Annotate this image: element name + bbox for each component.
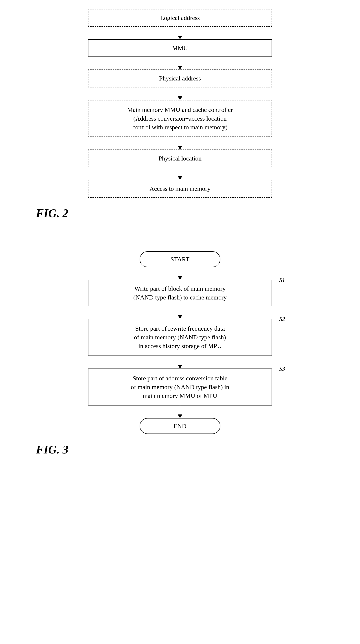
end-box: END: [140, 418, 220, 434]
s3-text: Store part of address conversion tableof…: [131, 374, 229, 400]
main-mmu-item: Main memory MMU and cache controller(Add…: [88, 100, 272, 137]
arrow-head-s3: [178, 414, 182, 418]
arrow-head-s2: [178, 365, 182, 368]
arrow-head-1: [178, 36, 182, 39]
diagram-container: Logical address MMU Physical address: [0, 0, 360, 644]
fig2-section: Logical address MMU Physical address: [0, 9, 360, 220]
s2-text: Store part of rewrite frequency dataof m…: [134, 324, 226, 350]
s2-label: S2: [279, 315, 285, 323]
mmu-item: MMU: [88, 39, 272, 57]
access-main-memory-item: Access to main memory: [88, 180, 272, 198]
end-item: END: [140, 418, 220, 434]
arrow-line-s2: [180, 356, 180, 365]
arrow-s1: [178, 306, 182, 319]
access-main-memory-text: Access to main memory: [149, 184, 210, 193]
physical-address-text: Physical address: [159, 74, 201, 83]
physical-location-item: Physical location: [88, 150, 272, 167]
arrow-head-3: [178, 96, 182, 100]
physical-location-box: Physical location: [88, 150, 272, 167]
arrow-line-2: [180, 57, 180, 66]
arrow-line-3: [180, 88, 180, 96]
arrow-line-5: [180, 167, 180, 176]
s1-box: Write part of block of main memory(NAND …: [88, 280, 272, 306]
fig2-label-container: FIG. 2: [0, 207, 360, 220]
arrow-start: [178, 267, 182, 280]
s3-item: Store part of address conversion tableof…: [88, 368, 272, 406]
logical-address-item: Logical address: [88, 9, 272, 27]
arrow-head-2: [178, 66, 182, 70]
s1-label: S1: [279, 276, 285, 284]
arrow-s3: [178, 406, 182, 418]
fig2-label: FIG. 2: [36, 207, 68, 220]
arrow-s2: [178, 356, 182, 368]
arrow-1: [178, 27, 182, 39]
logical-address-box: Logical address: [88, 9, 272, 27]
arrow-head-s1: [178, 315, 182, 319]
arrow-head-5: [178, 176, 182, 180]
start-box: START: [140, 251, 220, 267]
s3-label: S3: [279, 365, 285, 373]
end-text: END: [173, 422, 187, 430]
fig3-section: START Write part of block of main memory…: [0, 251, 360, 456]
s1-text: Write part of block of main memory(NAND …: [133, 284, 227, 302]
arrow-2: [178, 57, 182, 70]
arrow-head-4: [178, 146, 182, 150]
physical-address-box: Physical address: [88, 70, 272, 87]
arrow-line-4: [180, 137, 180, 146]
arrow-4: [178, 137, 182, 150]
arrow-head-start: [178, 276, 182, 280]
mmu-text: MMU: [172, 44, 188, 52]
logical-address-text: Logical address: [160, 14, 200, 22]
s2-box: Store part of rewrite frequency dataof m…: [88, 319, 272, 356]
physical-address-item: Physical address: [88, 70, 272, 87]
fig3-label-container: FIG. 3: [0, 443, 360, 456]
s3-box: Store part of address conversion tableof…: [88, 368, 272, 406]
fig3-label: FIG. 3: [36, 443, 68, 456]
access-main-memory-box: Access to main memory: [88, 180, 272, 198]
arrow-line-start: [180, 267, 180, 276]
start-item: START: [140, 251, 220, 267]
start-text: START: [170, 255, 190, 264]
arrow-line-s3: [180, 406, 180, 414]
arrow-5: [178, 167, 182, 180]
s1-item: Write part of block of main memory(NAND …: [88, 280, 272, 306]
s2-item: Store part of rewrite frequency dataof m…: [88, 319, 272, 356]
main-mmu-box: Main memory MMU and cache controller(Add…: [88, 100, 272, 137]
arrow-line-s1: [180, 306, 180, 315]
physical-location-text: Physical location: [158, 154, 202, 163]
main-mmu-text: Main memory MMU and cache controller(Add…: [127, 105, 233, 132]
arrow-line-1: [180, 27, 180, 36]
arrow-3: [178, 88, 182, 100]
mmu-box: MMU: [88, 39, 272, 57]
